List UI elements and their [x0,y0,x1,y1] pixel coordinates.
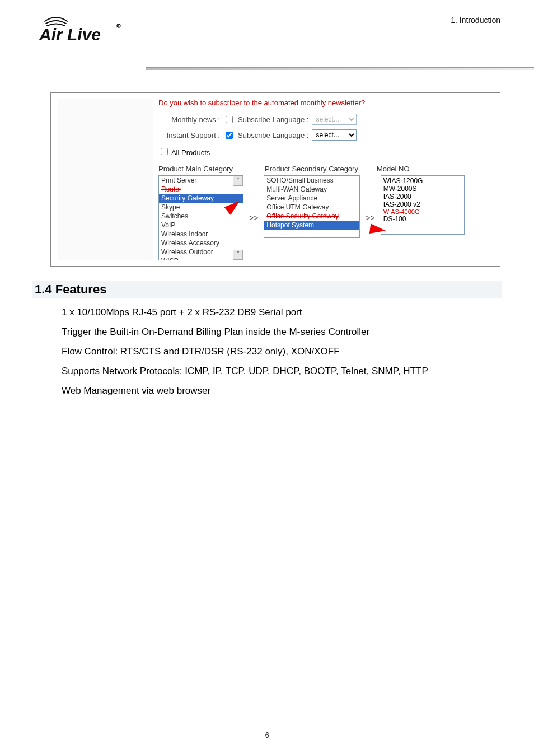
feature-item: Trigger the Built-in On-Demand Billing P… [62,324,467,340]
instant-language-select[interactable]: select... [312,129,357,141]
list-item[interactable]: Hotspot System [264,221,359,230]
monthly-language-select[interactable]: select... [312,114,357,125]
screenshot-side-margin [58,99,153,260]
list-item[interactable]: Print Server [159,176,243,185]
list-item[interactable]: SOHO/Small business [264,176,359,185]
features-list: 1 x 10/100Mbps RJ-45 port + 2 x RS-232 D… [62,305,467,399]
list-item[interactable]: Server Appliance [264,194,359,203]
chapter-label: 1. Introduction [451,16,500,25]
monthly-label: Monthly news : [158,115,220,124]
subscribe-language-label-2: Subscribe Language : [238,131,308,139]
list-item[interactable]: WIAS-4000G [383,208,462,215]
list-item[interactable]: Wireless Indoor [159,230,243,239]
header-divider [146,67,534,70]
list-item[interactable]: IAS-2000 [383,193,462,200]
feature-item: Flow Control: RTS/CTS and DTR/DSR (RS-23… [62,344,467,360]
instant-support-row: Instant Support : Subscribe Language : s… [158,129,493,141]
list-item[interactable]: DS-100 [383,215,462,223]
main-category-list[interactable]: ˄ ˅ Print ServerRouterSecurity GatewaySk… [158,175,243,260]
svg-text:Air Live: Air Live [39,25,101,44]
feature-item: Web Management via web browser [62,383,467,399]
all-products-row: All Products [158,146,493,157]
page-number: 6 [0,731,534,739]
col-main-label: Product Main Category [158,165,265,173]
list-item[interactable]: WISP [159,256,243,260]
scroll-up-icon[interactable]: ˄ [233,176,243,186]
model-list[interactable]: WIAS-1200GMW-2000SIAS-2000IAS-2000 v2WIA… [381,175,465,235]
secondary-category-list[interactable]: SOHO/Small businessMulti-WAN GatewayServ… [264,175,360,238]
list-item[interactable]: Switches [159,212,243,221]
monthly-news-row: Monthly news : Subscribe Language : sele… [158,114,493,125]
feature-item: 1 x 10/100Mbps RJ-45 port + 2 x RS-232 D… [62,305,467,321]
list-item[interactable]: Multi-WAN Gateway [264,185,359,194]
svg-text:R: R [118,25,120,28]
instant-checkbox[interactable] [226,132,233,139]
list-item[interactable]: VoIP [159,221,243,230]
list-item[interactable]: Wireless Outdoor [159,248,243,256]
col-secondary-label: Product Secondary Category [265,165,377,173]
list-item[interactable]: IAS-2000 v2 [383,200,462,208]
subscribe-language-label: Subscribe Language : [238,115,308,124]
section-title: 1.4 Features [32,281,502,298]
list-item[interactable]: Router [159,185,243,194]
monthly-checkbox[interactable] [226,116,233,123]
move-main-button[interactable]: >> [249,213,258,222]
all-products-checkbox[interactable] [161,148,168,155]
feature-item: Supports Network Protocols: ICMP, IP, TC… [62,363,467,380]
all-products-label: All Products [171,148,210,157]
list-item[interactable]: MW-2000S [383,185,462,193]
instant-label: Instant Support : [158,131,220,139]
scroll-down-icon[interactable]: ˅ [233,250,243,260]
list-item[interactable]: Office Security Gateway [264,212,359,221]
move-secondary-button[interactable]: >> [366,213,374,222]
logo: Air Live R [34,11,512,49]
list-item[interactable]: Wireless Accessory [159,239,243,248]
list-item[interactable]: Skype [159,203,243,212]
list-item[interactable]: WIAS-1200G [383,177,462,185]
list-item[interactable]: Office UTM Gateway [264,203,359,212]
registration-screenshot: Do you wish to subscriber to the automat… [50,92,500,267]
newsletter-question: Do you wish to subscriber to the automat… [158,99,493,107]
col-model-label: Model NO [377,165,493,173]
list-item[interactable]: Security Gateway [159,194,243,203]
